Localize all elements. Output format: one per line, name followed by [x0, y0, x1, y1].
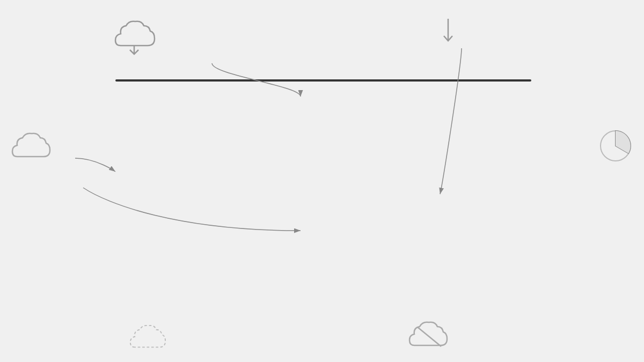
dashed-cloud-icon [129, 320, 166, 351]
arrows-overlay [0, 0, 644, 362]
cloud-icon [11, 129, 51, 160]
crossed-cloud-icon [408, 317, 451, 351]
finder-window [115, 79, 531, 82]
svg-line-3 [418, 327, 441, 346]
bottom-unable-annotation [408, 317, 459, 351]
top-cloud-annotation [113, 16, 166, 58]
cloud-download-icon [113, 16, 156, 58]
bottom-upload-annotation [129, 320, 174, 351]
left-cloud-annotation [11, 129, 51, 166]
right-pie-annotation [598, 129, 633, 172]
top-download-annotation [440, 16, 467, 50]
downloading-arrow-icon [440, 16, 456, 50]
pie-chart-icon [598, 129, 633, 165]
